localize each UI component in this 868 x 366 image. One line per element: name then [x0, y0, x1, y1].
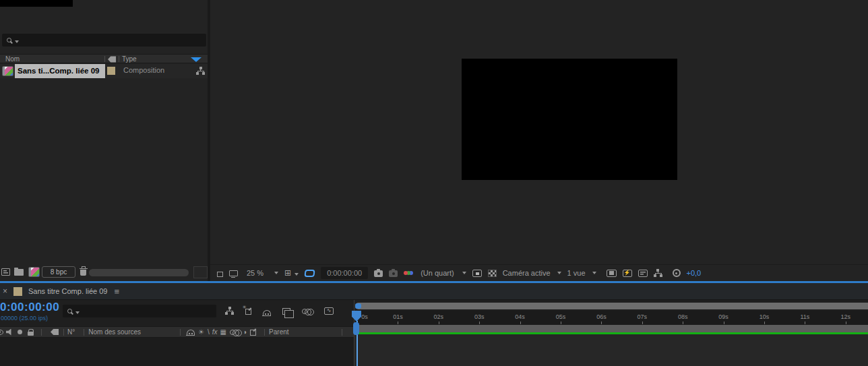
snapshot-camera-icon[interactable] [374, 270, 383, 277]
label-tag-icon[interactable] [51, 329, 59, 336]
trash-icon[interactable] [80, 270, 86, 276]
view-3d-dropdown[interactable]: Caméra active [503, 269, 561, 277]
close-icon[interactable]: × [3, 287, 7, 295]
video-eye-icon[interactable] [0, 330, 3, 335]
ruler-tick [642, 322, 643, 324]
work-area-bar[interactable] [354, 325, 868, 332]
quality-icon[interactable]: \ [208, 329, 210, 336]
comp-color-swatch[interactable] [13, 287, 22, 296]
sort-caret-icon[interactable] [191, 57, 202, 62]
project-item-name[interactable]: Sans ti...Comp. liée 09 [15, 64, 105, 78]
composition-panel: 25 % ⊞ 0:00:00:00 (Un quart) Caméra acti… [210, 0, 868, 281]
audio-speaker-icon[interactable] [6, 329, 13, 336]
main-viewer-icon[interactable] [229, 270, 238, 276]
column-number[interactable]: N° [67, 328, 75, 336]
magnification-value: 25 % [247, 269, 264, 277]
timeline-tab-title[interactable]: Sans titre Comp. liée 09 [28, 287, 107, 295]
ruler-tick [479, 322, 480, 324]
motion-blur-icon[interactable] [302, 309, 307, 314]
column-header-type[interactable]: Type [122, 55, 137, 63]
horizontal-scrollbar[interactable] [89, 269, 189, 276]
panel-corner-gripper [193, 266, 208, 278]
channels-rgb-icon[interactable] [404, 270, 414, 276]
timeline-track-area[interactable] [354, 334, 868, 366]
resolution-dropdown[interactable]: (Un quart) [421, 269, 466, 277]
panel-menu-icon[interactable]: ≡ [114, 287, 119, 296]
timeline-button-icon[interactable] [638, 270, 648, 277]
project-panel-footer: 8 bpc [0, 266, 208, 281]
column-sources[interactable]: Nom des sources [88, 328, 141, 336]
reset-exposure-icon[interactable] [673, 269, 681, 277]
column-parent[interactable]: Parent [269, 328, 288, 336]
ruler-label: 07s [638, 313, 648, 320]
ruler-label: 08s [678, 313, 688, 320]
column-header-name[interactable]: Nom [5, 55, 20, 63]
view-layout-dropdown[interactable]: 1 vue [567, 269, 596, 277]
frame-blend-grid-icon[interactable]: ▦ [220, 329, 226, 336]
chevron-down-icon [294, 273, 299, 276]
ruler-tick [683, 322, 683, 324]
draft-3d-icon[interactable] [245, 309, 251, 315]
shy-switch-icon[interactable] [187, 330, 195, 335]
shy-layers-icon[interactable] [263, 310, 271, 315]
curve-glyph: ∿ [327, 308, 332, 313]
new-folder-icon[interactable] [14, 269, 24, 276]
ruler-label: 10s [760, 313, 770, 320]
ruler-label: 03s [474, 313, 485, 320]
grid-guides-dropdown[interactable]: ⊞ [284, 269, 299, 277]
show-snapshot-icon[interactable] [389, 270, 398, 277]
project-item-type: Composition [123, 66, 164, 74]
new-composition-icon[interactable] [28, 267, 40, 277]
project-item-row[interactable]: Sans ti...Comp. liée 09 Composition [0, 64, 208, 78]
magnification-dropdown[interactable]: 25 % [247, 269, 278, 277]
mask-visibility-toggle-icon[interactable] [305, 270, 315, 277]
search-options-caret-icon[interactable] [75, 311, 80, 314]
label-color-swatch[interactable] [107, 67, 115, 75]
effects-fx-icon[interactable]: fx [212, 329, 218, 336]
timeline-search-input[interactable] [63, 305, 216, 317]
adjustment-layer-icon[interactable]: ◑ [243, 329, 247, 336]
mini-flowchart-icon[interactable] [225, 307, 234, 315]
ruler-label: 12s [841, 313, 851, 320]
search-options-caret-icon[interactable] [15, 40, 19, 43]
ruler-label: 09s [718, 313, 728, 320]
pixel-aspect-toggle-icon[interactable] [607, 270, 617, 277]
chevron-down-icon [462, 272, 466, 274]
exposure-value[interactable]: +0,0 [687, 269, 702, 277]
fast-previews-icon[interactable]: ⚡ [623, 270, 632, 277]
comp-flowchart-icon[interactable] [654, 269, 662, 277]
current-timecode[interactable]: 0:00:00:00 [0, 301, 59, 314]
layer-list-empty-area [0, 338, 354, 366]
bit-depth-button[interactable]: 8 bpc [42, 266, 75, 278]
label-tag-icon[interactable] [108, 56, 116, 63]
solo-icon[interactable] [18, 330, 22, 334]
layer-columns-header: N° Nom des sources ☀ \ fx ▦ ◑ Parent [0, 326, 354, 338]
viewer-timecode[interactable]: 0:00:00:00 [321, 267, 368, 279]
ruler-tick [846, 322, 846, 324]
navigator-playhead-cap[interactable] [355, 303, 361, 309]
transparency-grid-icon[interactable] [488, 270, 497, 277]
project-panel: Nom Type Sans ti...Comp. liée 09 Composi… [0, 0, 208, 281]
ruler-label: 04s [515, 313, 525, 320]
frame-blending-icon[interactable] [282, 308, 290, 315]
playhead-handle[interactable] [353, 322, 359, 335]
time-ruler[interactable]: 0s01s02s03s04s05s06s07s08s09s10s11s12s [354, 311, 868, 325]
motion-blur-switch-icon[interactable] [230, 330, 235, 335]
frame-info: 00000 (25.00 ips) [1, 315, 48, 322]
composition-viewport[interactable] [462, 59, 677, 180]
timeline-toolbar: ∿ [225, 302, 334, 319]
view-3d-value: Caméra active [503, 269, 551, 277]
time-navigator-bar[interactable] [355, 303, 868, 309]
always-preview-icon[interactable] [217, 272, 223, 277]
graph-editor-icon[interactable]: ∿ [324, 307, 334, 315]
cube-3d-icon[interactable] [250, 330, 256, 336]
collapse-sun-icon[interactable]: ☀ [198, 329, 204, 336]
region-of-interest-icon[interactable] [472, 270, 482, 277]
grid-guides-icon: ⊞ [284, 269, 291, 277]
ruler-tick [439, 322, 439, 324]
interpret-footage-icon[interactable] [1, 268, 10, 276]
lock-icon[interactable] [28, 332, 34, 336]
timeline-panel: × Sans titre Comp. liée 09 ≡ 0:00:00:00 … [0, 283, 868, 366]
project-search-input[interactable] [2, 34, 206, 47]
chevron-down-icon [557, 272, 561, 274]
